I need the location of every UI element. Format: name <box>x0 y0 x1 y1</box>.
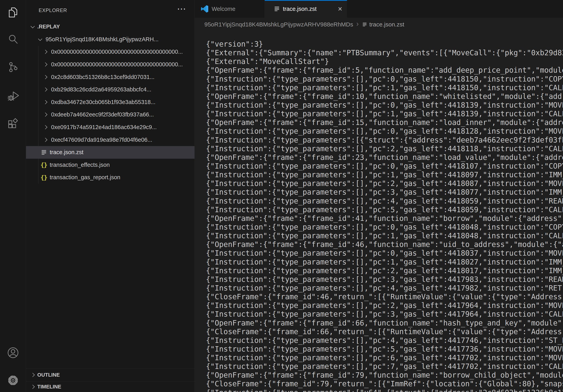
code-line: {"Instruction":{"type_parameters":[],"pc… <box>206 83 563 92</box>
code-line: {"CloseFrame":{"frame_id":66,"return_":[… <box>206 327 563 336</box>
tab-bar: Welcome trace.json.zst × <box>195 0 563 18</box>
tree-item-label: 0x2c8d603bc51326b8c13cef9dd07031... <box>51 74 154 80</box>
code-line: {"OpenFrame":{"frame":{"frame_id":5,"fun… <box>206 66 563 75</box>
tree-item-folder[interactable]: 0x2c8d603bc51326b8c13cef9dd07031... <box>26 71 194 83</box>
code-line: {"Instruction":{"type_parameters":[],"pc… <box>206 179 563 188</box>
search-icon[interactable] <box>0 28 26 50</box>
tree-item-label: 0xb29d83c26cdd2a64959263abbcfc4... <box>51 86 151 93</box>
tree-item-label: trace.json.zst <box>50 149 83 156</box>
file-lines-icon <box>362 21 369 28</box>
tree-item-folder[interactable]: 0xdba34672e30cb065b1f93e3ab55318... <box>26 96 194 109</box>
code-line: {"External":"MoveCallStart"} <box>206 57 563 66</box>
tree-item-folder[interactable]: 0x00000000000000000000000000000000000000… <box>26 58 194 71</box>
tree-item-label: transaction_gas_report.json <box>50 174 120 181</box>
breadcrumb: 95oR1YipjSnqd18K4BMshkLgPijypwzARHV988eR… <box>195 18 563 31</box>
tree-item-label: .REPLAY <box>37 24 60 30</box>
code-line: {"Instruction":{"type_parameters":[],"pc… <box>206 101 563 110</box>
code-line: {"OpenFrame":{"frame":{"frame_id":23,"fu… <box>206 153 563 162</box>
chevron-right-icon <box>31 385 35 389</box>
chevron-down-icon <box>31 24 35 28</box>
tree-item-folder[interactable]: 0xe0917b74a5912e4ad186ac634e29c9... <box>26 121 194 134</box>
chevron-down-icon <box>38 37 42 41</box>
code-line: {"Instruction":{"type_parameters":[],"pc… <box>206 284 563 292</box>
code-line: {"Instruction":{"type_parameters":[],"pc… <box>206 144 563 153</box>
json-icon: {} <box>40 174 47 181</box>
breadcrumb-file[interactable]: trace.json.zst <box>369 21 404 28</box>
code-line: {"Instruction":{"type_parameters":[],"pc… <box>206 266 563 275</box>
code-line: {"Instruction":{"type_parameters":[],"pc… <box>206 249 563 258</box>
tab-trace-json-zst[interactable]: trace.json.zst × <box>265 0 347 18</box>
run-debug-icon[interactable] <box>0 85 26 106</box>
json-icon: {} <box>40 161 47 168</box>
code-line: {"Instruction":{"type_parameters":[],"pc… <box>206 162 563 170</box>
tree-item-root[interactable]: 95oR1YipjSnqd18K4BMshkLgPijypwzARH... <box>26 33 194 46</box>
code-line: {"OpenFrame":{"frame":{"frame_id":66,"fu… <box>206 319 563 327</box>
code-line: {"Instruction":{"type_parameters":[],"pc… <box>206 127 563 136</box>
tree-item-label: 0x00000000000000000000000000000000000000… <box>51 49 183 55</box>
chevron-right-icon <box>43 138 47 142</box>
code-line: {"Instruction":{"type_parameters":[],"pc… <box>206 362 563 371</box>
sidebar: EXPLORER ⋯ .REPLAY95oR1YipjSnqd18K4BMshk… <box>26 0 195 392</box>
code-line: {"Instruction":{"type_parameters":[],"pc… <box>206 310 563 319</box>
explorer-icon[interactable] <box>0 1 26 23</box>
account-icon[interactable] <box>0 342 26 364</box>
code-line: {"Instruction":{"type_parameters":[],"pc… <box>206 197 563 206</box>
code-line: {"Instruction":{"type_parameters":[],"pc… <box>206 232 563 240</box>
tree-item-folder[interactable]: 0xdeeb7a4662eec9f2f3def03fb937a66... <box>26 108 194 121</box>
tab-label: trace.json.zst <box>283 6 317 12</box>
chevron-right-icon <box>43 62 47 66</box>
tree-item-label: 0xdeeb7a4662eec9f2f3def03fb937a66... <box>51 111 154 118</box>
file-lines-icon <box>40 149 47 156</box>
timeline-section-header[interactable]: TIMELINE <box>26 381 194 392</box>
breadcrumb-separator-icon: › <box>356 20 359 28</box>
code-line: {"Instruction":{"type_parameters":[],"pc… <box>206 75 563 83</box>
active-tab-indicator <box>265 0 347 1</box>
chevron-right-icon <box>43 125 47 129</box>
source-control-icon[interactable] <box>0 56 26 78</box>
vscode-window: EXPLORER ⋯ .REPLAY95oR1YipjSnqd18K4BMshk… <box>0 0 563 392</box>
tree-item-label: 0xecf47609d7da919ea98e7fd04f6e06... <box>51 137 152 143</box>
vscode-logo-icon <box>201 5 208 13</box>
tree-item-file[interactable]: {}transaction_effects.json <box>26 159 194 171</box>
code-line: {"Instruction":{"type_parameters":[],"pc… <box>206 275 563 284</box>
code-line: {"OpenFrame":{"frame":{"frame_id":41,"fu… <box>206 214 563 223</box>
code-line: {"Instruction":{"type_parameters":[],"pc… <box>206 301 563 310</box>
editor-group: Welcome trace.json.zst × 95oR1YipjSnqd18… <box>195 0 563 392</box>
tab-label: Welcome <box>212 6 235 12</box>
code-line: {"OpenFrame":{"frame":{"frame_id":15,"fu… <box>206 118 563 127</box>
code-line: {"Instruction":{"type_parameters":[],"pc… <box>206 345 563 353</box>
tree-item-file[interactable]: trace.json.zst <box>26 146 194 159</box>
tree-item-folder[interactable]: 0xb29d83c26cdd2a64959263abbcfc4... <box>26 83 194 96</box>
extensions-icon[interactable] <box>0 113 26 134</box>
tree-item-folder[interactable]: 0xecf47609d7da919ea98e7fd04f6e06... <box>26 133 194 146</box>
code-line: {"Instruction":{"type_parameters":[],"pc… <box>206 170 563 179</box>
tree-item-file[interactable]: {}transaction_gas_report.json <box>26 171 194 184</box>
code-line: {"Instruction":{"type_parameters":[],"pc… <box>206 353 563 362</box>
code-line: {"Instruction":{"type_parameters":[],"pc… <box>206 223 563 232</box>
code-line: {"Instruction":{"type_parameters":[],"pc… <box>206 110 563 118</box>
code-line: {"Instruction":{"type_parameters":[],"pc… <box>206 188 563 196</box>
code-line: {"OpenFrame":{"frame":{"frame_id":46,"fu… <box>206 240 563 249</box>
sidebar-header: EXPLORER ⋯ <box>26 0 194 21</box>
code-line: {"version":3} <box>206 40 563 49</box>
breadcrumb-folder[interactable]: 95oR1YipjSnqd18K4BMshkLgPijypwzARHV988eR… <box>204 21 353 28</box>
outline-section-header[interactable]: OUTLINE <box>26 368 194 381</box>
tree-item-section[interactable]: .REPLAY <box>26 21 194 33</box>
close-icon[interactable]: × <box>338 5 342 13</box>
editor-content[interactable]: {"version":3}{"External":{"Summary":{"na… <box>195 31 563 392</box>
more-actions-button[interactable]: ⋯ <box>177 3 187 15</box>
chevron-right-icon <box>31 373 35 377</box>
settings-gear-icon[interactable] <box>0 369 26 391</box>
file-lines-icon <box>273 6 280 12</box>
code-line: {"Instruction":{"type_parameters":[],"pc… <box>206 336 563 345</box>
tree-item-folder[interactable]: 0x00000000000000000000000000000000000000… <box>26 46 194 58</box>
code-line: {"CloseFrame":{"frame_id":46,"return_":[… <box>206 292 563 301</box>
sidebar-title: EXPLORER <box>39 8 67 13</box>
code-line: {"External":{"Summary":{"name":"PTBSumma… <box>206 49 563 57</box>
explorer-tree: .REPLAY95oR1YipjSnqd18K4BMshkLgPijypwzAR… <box>26 21 194 184</box>
code-line: {"CloseFrame":{"frame_id":79,"return_":[… <box>206 379 563 388</box>
tree-item-label: transaction_effects.json <box>50 162 110 168</box>
code-line: {"OpenFrame":{"frame":{"frame_id":79,"fu… <box>206 371 563 379</box>
tab-welcome[interactable]: Welcome <box>195 0 265 18</box>
activity-bar <box>0 0 26 392</box>
